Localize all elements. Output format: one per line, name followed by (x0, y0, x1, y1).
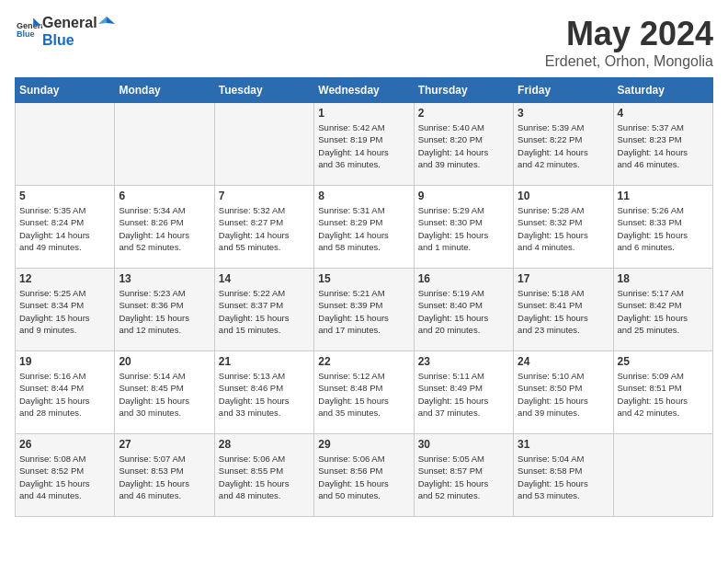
day-number: 29 (318, 438, 409, 451)
day-number: 11 (618, 190, 709, 202)
logo-general-text: General (42, 15, 97, 30)
calendar-cell: 25Sunrise: 5:09 AM Sunset: 8:51 PM Dayli… (613, 351, 712, 434)
calendar-cell: 22Sunrise: 5:12 AM Sunset: 8:48 PM Dayli… (314, 351, 414, 434)
day-info: Sunrise: 5:39 AM Sunset: 8:22 PM Dayligh… (518, 121, 609, 170)
day-info: Sunrise: 5:17 AM Sunset: 8:42 PM Dayligh… (618, 287, 709, 336)
day-number: 2 (418, 107, 509, 120)
calendar-cell (613, 434, 712, 517)
svg-marker-4 (98, 17, 107, 24)
calendar-cell: 24Sunrise: 5:10 AM Sunset: 8:50 PM Dayli… (514, 351, 613, 434)
calendar-cell (115, 103, 214, 186)
location-subtitle: Erdenet, Orhon, Mongolia (545, 53, 713, 70)
day-info: Sunrise: 5:26 AM Sunset: 8:33 PM Dayligh… (618, 204, 709, 253)
day-info: Sunrise: 5:04 AM Sunset: 8:58 PM Dayligh… (518, 453, 609, 501)
day-info: Sunrise: 5:07 AM Sunset: 8:53 PM Dayligh… (119, 453, 210, 501)
day-info: Sunrise: 5:10 AM Sunset: 8:50 PM Dayligh… (518, 370, 609, 419)
day-number: 1 (318, 107, 409, 120)
day-number: 8 (318, 190, 409, 202)
day-info: Sunrise: 5:31 AM Sunset: 8:29 PM Dayligh… (318, 204, 409, 253)
calendar-cell: 23Sunrise: 5:11 AM Sunset: 8:49 PM Dayli… (414, 351, 513, 434)
day-info: Sunrise: 5:23 AM Sunset: 8:36 PM Dayligh… (119, 287, 210, 336)
calendar-cell: 18Sunrise: 5:17 AM Sunset: 8:42 PM Dayli… (613, 269, 712, 351)
day-info: Sunrise: 5:32 AM Sunset: 8:27 PM Dayligh… (219, 204, 310, 253)
day-info: Sunrise: 5:28 AM Sunset: 8:32 PM Dayligh… (518, 204, 609, 253)
calendar-week-row: 1Sunrise: 5:42 AM Sunset: 8:19 PM Daylig… (16, 103, 713, 186)
day-number: 9 (418, 190, 509, 202)
day-number: 22 (318, 355, 409, 368)
day-info: Sunrise: 5:37 AM Sunset: 8:23 PM Dayligh… (618, 121, 709, 170)
svg-text:Blue: Blue (17, 30, 35, 40)
weekday-header-sunday: Sunday (16, 78, 115, 103)
calendar-cell: 2Sunrise: 5:40 AM Sunset: 8:20 PM Daylig… (414, 103, 513, 186)
weekday-header-tuesday: Tuesday (214, 78, 313, 103)
calendar-cell: 30Sunrise: 5:05 AM Sunset: 8:57 PM Dayli… (414, 434, 513, 517)
day-number: 5 (19, 190, 110, 202)
day-info: Sunrise: 5:40 AM Sunset: 8:20 PM Dayligh… (418, 121, 509, 170)
calendar-cell: 27Sunrise: 5:07 AM Sunset: 8:53 PM Dayli… (115, 434, 214, 517)
calendar-cell: 16Sunrise: 5:19 AM Sunset: 8:40 PM Dayli… (414, 269, 513, 351)
day-info: Sunrise: 5:13 AM Sunset: 8:46 PM Dayligh… (219, 370, 310, 419)
calendar-cell: 26Sunrise: 5:08 AM Sunset: 8:52 PM Dayli… (16, 434, 115, 517)
logo-blue-text: Blue (42, 32, 74, 48)
header: General Blue General Blue May 2024 Erden… (15, 15, 713, 70)
calendar-cell: 13Sunrise: 5:23 AM Sunset: 8:36 PM Dayli… (115, 269, 214, 351)
calendar-cell: 3Sunrise: 5:39 AM Sunset: 8:22 PM Daylig… (514, 103, 613, 186)
weekday-header-row: SundayMondayTuesdayWednesdayThursdayFrid… (16, 78, 713, 103)
calendar-cell: 4Sunrise: 5:37 AM Sunset: 8:23 PM Daylig… (613, 103, 712, 186)
day-info: Sunrise: 5:05 AM Sunset: 8:57 PM Dayligh… (418, 453, 509, 501)
day-number: 10 (518, 190, 609, 202)
calendar-cell: 28Sunrise: 5:06 AM Sunset: 8:55 PM Dayli… (214, 434, 313, 517)
day-info: Sunrise: 5:22 AM Sunset: 8:37 PM Dayligh… (219, 287, 310, 336)
day-number: 17 (518, 272, 609, 285)
day-info: Sunrise: 5:34 AM Sunset: 8:26 PM Dayligh… (119, 204, 210, 253)
logo-bird-icon (98, 16, 115, 32)
calendar-cell: 21Sunrise: 5:13 AM Sunset: 8:46 PM Dayli… (214, 351, 313, 434)
weekday-header-saturday: Saturday (613, 78, 712, 103)
day-info: Sunrise: 5:35 AM Sunset: 8:24 PM Dayligh… (19, 204, 110, 253)
calendar-week-row: 12Sunrise: 5:25 AM Sunset: 8:34 PM Dayli… (16, 269, 713, 351)
calendar-cell: 9Sunrise: 5:29 AM Sunset: 8:30 PM Daylig… (414, 186, 513, 269)
day-number: 26 (19, 438, 110, 451)
weekday-header-wednesday: Wednesday (314, 78, 414, 103)
day-number: 12 (19, 272, 110, 285)
day-number: 19 (19, 355, 110, 368)
day-info: Sunrise: 5:09 AM Sunset: 8:51 PM Dayligh… (618, 370, 709, 419)
day-info: Sunrise: 5:06 AM Sunset: 8:55 PM Dayligh… (219, 453, 310, 501)
day-info: Sunrise: 5:19 AM Sunset: 8:40 PM Dayligh… (418, 287, 509, 336)
day-number: 23 (418, 355, 509, 368)
weekday-header-monday: Monday (115, 78, 214, 103)
day-number: 14 (219, 272, 310, 285)
logo-graphic: General Blue (15, 17, 42, 46)
svg-marker-3 (107, 17, 115, 24)
calendar-cell: 15Sunrise: 5:21 AM Sunset: 8:39 PM Dayli… (314, 269, 414, 351)
day-info: Sunrise: 5:12 AM Sunset: 8:48 PM Dayligh… (318, 370, 409, 419)
logo: General Blue General Blue (15, 15, 116, 49)
calendar-cell: 19Sunrise: 5:16 AM Sunset: 8:44 PM Dayli… (16, 351, 115, 434)
calendar-table: SundayMondayTuesdayWednesdayThursdayFrid… (15, 77, 713, 517)
calendar-cell: 20Sunrise: 5:14 AM Sunset: 8:45 PM Dayli… (115, 351, 214, 434)
day-number: 25 (618, 355, 709, 368)
calendar-cell: 5Sunrise: 5:35 AM Sunset: 8:24 PM Daylig… (16, 186, 115, 269)
day-number: 21 (219, 355, 310, 368)
day-info: Sunrise: 5:29 AM Sunset: 8:30 PM Dayligh… (418, 204, 509, 253)
weekday-header-friday: Friday (514, 78, 613, 103)
calendar-cell: 11Sunrise: 5:26 AM Sunset: 8:33 PM Dayli… (613, 186, 712, 269)
calendar-cell: 10Sunrise: 5:28 AM Sunset: 8:32 PM Dayli… (514, 186, 613, 269)
calendar-cell: 6Sunrise: 5:34 AM Sunset: 8:26 PM Daylig… (115, 186, 214, 269)
day-info: Sunrise: 5:06 AM Sunset: 8:56 PM Dayligh… (318, 453, 409, 501)
calendar-cell: 12Sunrise: 5:25 AM Sunset: 8:34 PM Dayli… (16, 269, 115, 351)
day-number: 7 (219, 190, 310, 202)
day-number: 16 (418, 272, 509, 285)
calendar-cell: 14Sunrise: 5:22 AM Sunset: 8:37 PM Dayli… (214, 269, 313, 351)
calendar-week-row: 26Sunrise: 5:08 AM Sunset: 8:52 PM Dayli… (16, 434, 713, 517)
day-number: 28 (219, 438, 310, 451)
day-number: 4 (618, 107, 709, 120)
day-number: 3 (518, 107, 609, 120)
month-title: May 2024 (545, 15, 713, 53)
day-info: Sunrise: 5:08 AM Sunset: 8:52 PM Dayligh… (19, 453, 110, 501)
day-info: Sunrise: 5:21 AM Sunset: 8:39 PM Dayligh… (318, 287, 409, 336)
day-number: 20 (119, 355, 210, 368)
day-info: Sunrise: 5:14 AM Sunset: 8:45 PM Dayligh… (119, 370, 210, 419)
calendar-cell: 1Sunrise: 5:42 AM Sunset: 8:19 PM Daylig… (314, 103, 414, 186)
day-info: Sunrise: 5:42 AM Sunset: 8:19 PM Dayligh… (318, 121, 409, 170)
